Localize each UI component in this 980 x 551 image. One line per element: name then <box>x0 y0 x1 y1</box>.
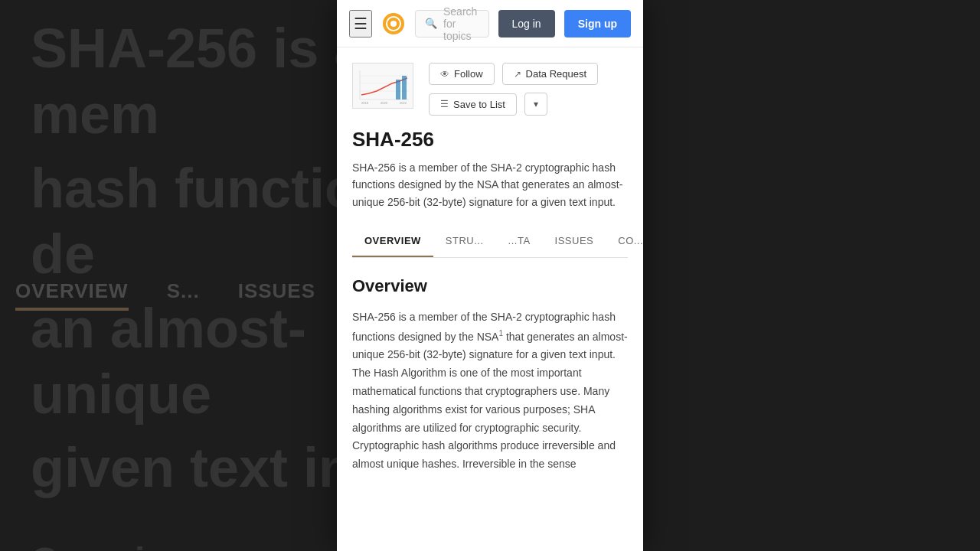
follow-label: Follow <box>454 68 483 80</box>
follow-button[interactable]: 👁 Follow <box>429 63 495 85</box>
tabs-bar: OVERVIEW STRU... ...TA ISSUES CO... <box>352 226 628 258</box>
save-to-list-button[interactable]: ☰ Save to List <box>429 93 517 116</box>
follow-icon: 👁 <box>440 69 449 80</box>
data-request-label: Data Request <box>526 68 587 80</box>
actions-row-2: ☰ Save to List ▾ <box>429 93 598 116</box>
dropdown-button[interactable]: ▾ <box>524 93 547 116</box>
overview-text: SHA-256 is a member of the SHA-2 cryptog… <box>352 308 628 474</box>
login-button[interactable]: Log in <box>498 10 555 37</box>
topic-thumbnail: 2018 2020 2022 <box>352 63 413 109</box>
tab-structure[interactable]: STRU... <box>433 226 496 257</box>
topic-actions: 👁 Follow ↗ Data Request ☰ Save to List ▾ <box>429 63 598 116</box>
svg-text:2018: 2018 <box>361 101 369 105</box>
navbar: ☰ 🔍 Search for topics Log in Sign up <box>337 0 643 47</box>
chart-thumbnail: 2018 2020 2022 <box>354 64 412 107</box>
actions-row-1: 👁 Follow ↗ Data Request <box>429 63 598 85</box>
tab-overview[interactable]: OVERVIEW <box>352 226 433 257</box>
topic-header: 2018 2020 2022 👁 Follow ↗ Data Request <box>352 63 628 116</box>
data-request-button[interactable]: ↗ Data Request <box>502 63 599 85</box>
logo-icon <box>381 11 406 36</box>
content-area: 2018 2020 2022 👁 Follow ↗ Data Request <box>337 47 643 551</box>
overview-section: Overview SHA-256 is a member of the SHA-… <box>352 276 628 474</box>
save-icon: ☰ <box>440 99 449 109</box>
search-placeholder: Search for topics <box>443 5 479 42</box>
overview-title: Overview <box>352 276 628 296</box>
main-panel: ☰ 🔍 Search for topics Log in Sign up <box>337 0 643 551</box>
search-icon: 🔍 <box>425 18 437 29</box>
topic-title: SHA-256 <box>352 128 628 152</box>
tab-issues[interactable]: ISSUES <box>543 226 606 257</box>
svg-point-2 <box>390 21 397 27</box>
hamburger-button[interactable]: ☰ <box>349 10 372 37</box>
svg-rect-9 <box>402 76 407 99</box>
save-to-list-label: Save to List <box>453 99 505 110</box>
search-bar[interactable]: 🔍 Search for topics <box>415 10 489 37</box>
tab-more[interactable]: CO... <box>606 226 643 257</box>
hamburger-icon: ☰ <box>354 15 368 32</box>
svg-text:2020: 2020 <box>381 101 388 105</box>
svg-text:2022: 2022 <box>400 101 407 105</box>
signup-button[interactable]: Sign up <box>564 10 631 37</box>
tab-data[interactable]: ...TA <box>496 226 543 257</box>
data-request-icon: ↗ <box>514 69 521 80</box>
overview-text-part2: that generates an almost-unique 256-bit … <box>352 331 628 471</box>
topic-description: SHA-256 is a member of the SHA-2 cryptog… <box>352 159 628 210</box>
chevron-down-icon: ▾ <box>534 99 538 109</box>
svg-rect-8 <box>396 80 400 99</box>
